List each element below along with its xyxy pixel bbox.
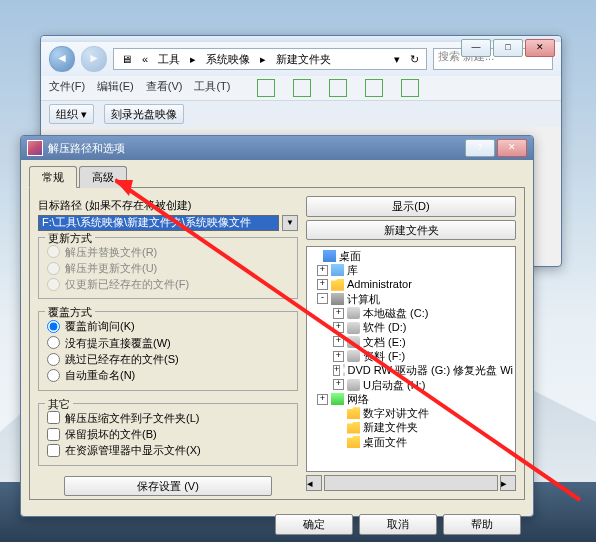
tree-node[interactable]: +DVD RW 驱动器 (G:) 修复光盘 Wi xyxy=(309,363,513,377)
drv-icon xyxy=(347,307,360,319)
drv-icon xyxy=(347,350,360,362)
new-folder-button[interactable]: 新建文件夹 xyxy=(306,220,516,240)
tree-node[interactable]: 数字对讲文件 xyxy=(309,406,513,420)
toolbar-icon[interactable] xyxy=(293,79,311,97)
opt-show-explorer[interactable]: 在资源管理器中显示文件(X) xyxy=(47,442,289,458)
menu-tools[interactable]: 工具(T) xyxy=(194,79,230,97)
tree-label: 库 xyxy=(347,263,358,277)
toolbar-icon[interactable] xyxy=(329,79,347,97)
expand-icon[interactable]: + xyxy=(317,394,328,405)
cancel-button[interactable]: 取消 xyxy=(359,514,437,534)
path-label: 目标路径 (如果不存在将被创建) xyxy=(38,198,298,212)
tree-node[interactable]: +软件 (D:) xyxy=(309,320,513,334)
tree-label: 新建文件夹 xyxy=(363,420,418,434)
group-title: 其它 xyxy=(45,397,73,411)
tree-node[interactable]: 桌面 xyxy=(309,249,513,263)
opt-skip-existing[interactable]: 跳过已经存在的文件(S) xyxy=(47,351,289,367)
toolbar-icon[interactable] xyxy=(401,79,419,97)
tree-node[interactable]: 桌面文件 xyxy=(309,435,513,449)
dvd-icon xyxy=(343,364,344,376)
dialog-help-button[interactable]: ? xyxy=(465,139,495,157)
tree-label: 资料 (F:) xyxy=(363,349,405,363)
toolbar-icon[interactable] xyxy=(257,79,275,97)
tree-node[interactable]: +网络 xyxy=(309,392,513,406)
dialog-title: 解压路径和选项 xyxy=(48,141,125,155)
group-title: 覆盖方式 xyxy=(45,305,95,319)
tree-node[interactable]: +本地磁盘 (C:) xyxy=(309,306,513,320)
show-button[interactable]: 显示(D) xyxy=(306,196,516,216)
drv-icon xyxy=(347,336,360,348)
tree-node[interactable]: -计算机 xyxy=(309,292,513,306)
menu-bar: 文件(F) 编辑(E) 查看(V) 工具(T) xyxy=(41,76,561,101)
tree-node[interactable]: +文档 (E:) xyxy=(309,335,513,349)
tree-label: DVD RW 驱动器 (G:) 修复光盘 Wi xyxy=(348,363,513,377)
ok-button[interactable]: 确定 xyxy=(275,514,353,534)
opt-no-prompt[interactable]: 没有提示直接覆盖(W) xyxy=(47,335,289,351)
expand-icon[interactable]: + xyxy=(333,351,344,362)
tree-node[interactable]: +U启动盘 (H:) xyxy=(309,378,513,392)
computer-icon: 🖥 xyxy=(118,52,135,66)
folder-tree[interactable]: 桌面+库+Administrator-计算机+本地磁盘 (C:)+软件 (D:)… xyxy=(306,246,516,472)
scroll-track[interactable] xyxy=(324,475,498,491)
organize-button[interactable]: 组织 ▾ xyxy=(49,104,94,124)
tree-node[interactable]: 新建文件夹 xyxy=(309,420,513,434)
scroll-right[interactable]: ▸ xyxy=(500,475,516,491)
extract-dialog: 解压路径和选项 ? ✕ 常规 高级 目标路径 (如果不存在将被创建) ▼ 更新方… xyxy=(20,135,534,517)
save-settings-button[interactable]: 保存设置 (V) xyxy=(64,476,272,496)
opt-ask-overwrite[interactable]: 覆盖前询问(K) xyxy=(47,318,289,334)
expand-icon[interactable]: + xyxy=(317,265,328,276)
path-dropdown[interactable]: ▼ xyxy=(282,215,298,231)
tree-label: 软件 (D:) xyxy=(363,320,406,334)
dialog-close-button[interactable]: ✕ xyxy=(497,139,527,157)
path-input[interactable] xyxy=(38,215,279,231)
opt-auto-rename[interactable]: 自动重命名(N) xyxy=(47,367,289,383)
dsk-icon xyxy=(323,250,336,262)
group-title: 更新方式 xyxy=(45,231,95,245)
opt-subfolder[interactable]: 解压压缩文件到子文件夹(L) xyxy=(47,410,289,426)
tree-label: 本地磁盘 (C:) xyxy=(363,306,428,320)
close-button[interactable]: ✕ xyxy=(525,39,555,57)
tree-label: Administrator xyxy=(347,277,412,291)
net-icon xyxy=(331,393,344,405)
lib-icon xyxy=(331,264,344,276)
drv-icon xyxy=(347,322,360,334)
menu-view[interactable]: 查看(V) xyxy=(146,79,183,97)
path-bar[interactable]: 🖥« 工具▸ 系统映像▸ 新建文件夹 ▾↻ xyxy=(113,48,427,70)
expand-icon[interactable]: + xyxy=(333,322,344,333)
opt-extract-replace[interactable]: 解压并替换文件(R) xyxy=(47,244,289,260)
menu-edit[interactable]: 编辑(E) xyxy=(97,79,134,97)
help-button[interactable]: 帮助 xyxy=(443,514,521,534)
tree-label: 计算机 xyxy=(347,292,380,306)
app-icon xyxy=(27,140,43,156)
tree-node[interactable]: +Administrator xyxy=(309,277,513,291)
opt-keep-broken[interactable]: 保留损坏的文件(B) xyxy=(47,426,289,442)
fld-icon xyxy=(331,279,344,291)
expand-icon[interactable]: + xyxy=(333,308,344,319)
tree-label: 桌面 xyxy=(339,249,361,263)
tab-general[interactable]: 常规 xyxy=(29,166,77,188)
opt-extract-update[interactable]: 解压并更新文件(U) xyxy=(47,260,289,276)
fld-icon xyxy=(347,436,360,448)
opt-update-existing[interactable]: 仅更新已经存在的文件(F) xyxy=(47,276,289,292)
expand-icon[interactable]: + xyxy=(333,379,344,390)
toolbar-icon[interactable] xyxy=(365,79,383,97)
maximize-button[interactable]: □ xyxy=(493,39,523,57)
expand-icon[interactable]: + xyxy=(333,336,344,347)
back-button[interactable]: ◄ xyxy=(49,46,75,72)
expand-icon[interactable]: + xyxy=(333,365,340,376)
tree-node[interactable]: +库 xyxy=(309,263,513,277)
tree-node[interactable]: +资料 (F:) xyxy=(309,349,513,363)
tree-label: U启动盘 (H:) xyxy=(363,378,425,392)
expand-icon[interactable]: - xyxy=(317,293,328,304)
minimize-button[interactable]: — xyxy=(461,39,491,57)
expand-icon[interactable]: + xyxy=(317,279,328,290)
fld-icon xyxy=(347,422,360,434)
tree-label: 网络 xyxy=(347,392,369,406)
forward-button[interactable]: ► xyxy=(81,46,107,72)
menu-file[interactable]: 文件(F) xyxy=(49,79,85,97)
tree-label: 文档 (E:) xyxy=(363,335,406,349)
fld-icon xyxy=(347,407,360,419)
tab-advanced[interactable]: 高级 xyxy=(79,166,127,188)
burn-button[interactable]: 刻录光盘映像 xyxy=(104,104,184,124)
scroll-left[interactable]: ◂ xyxy=(306,475,322,491)
